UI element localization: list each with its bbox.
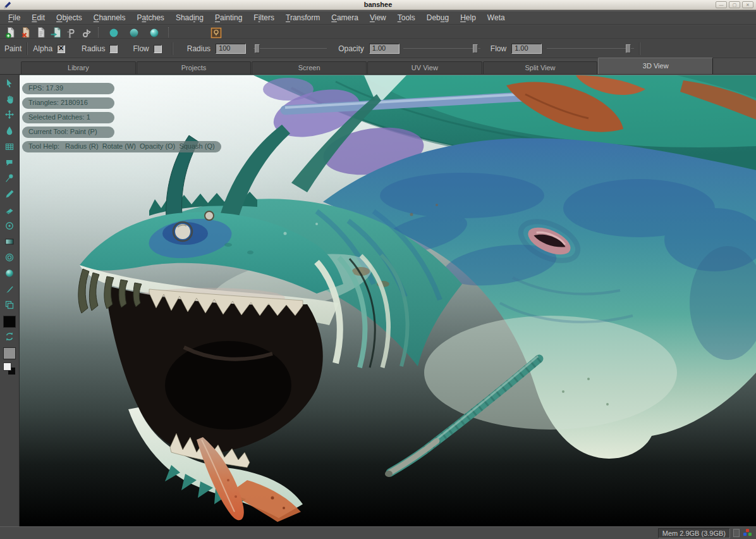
menu-patches[interactable]: Patches (131, 12, 169, 23)
radius-slider-label: Radius (187, 44, 210, 53)
opacity-slider[interactable] (403, 44, 480, 54)
gradient-tool[interactable] (1, 235, 18, 251)
paint-options-bar: Paint Alpha Radius Flow Radius 100 Opaci… (0, 40, 756, 58)
eraser-tool[interactable] (1, 203, 18, 219)
tab-uv-view[interactable]: UV View (367, 61, 482, 74)
radius-checkbox-label: Radius (82, 44, 105, 53)
paint-drop-tool[interactable] (1, 124, 18, 140)
view-tab-bar: LibraryProjectsScreenUV ViewSplit View3D… (0, 58, 756, 75)
opacity-field[interactable]: 1.00 (369, 44, 399, 54)
save-project-button[interactable] (34, 26, 48, 39)
radius-checkbox[interactable] (109, 45, 118, 53)
radius-field[interactable]: 100 (216, 44, 246, 54)
import-button[interactable] (49, 26, 63, 39)
viewport-3d-canvas[interactable]: FPS: 17.39Triangles: 2180916Selected Pat… (20, 75, 756, 526)
flow-checkbox-label: Flow (133, 44, 149, 53)
menu-view[interactable]: View (364, 12, 392, 23)
status-bar: Mem 2.9GB (3.9GB) (0, 526, 756, 539)
toolbar-separator (168, 27, 170, 37)
menu-transform[interactable]: Transform (280, 12, 326, 23)
smear-tool[interactable] (1, 251, 18, 266)
memory-usage: Mem 2.9GB (3.9GB) (658, 528, 730, 538)
flow-slider-label: Flow (491, 44, 506, 53)
flow-slider[interactable] (547, 44, 634, 54)
pan-tool[interactable] (1, 92, 18, 108)
menu-camera[interactable]: Camera (326, 12, 364, 23)
menu-help[interactable]: Help (454, 12, 482, 23)
hud-current-tool: Current Tool: Paint (P) (22, 127, 114, 138)
shading-basic-button[interactable] (127, 26, 141, 39)
rgb-channels-icon (743, 529, 752, 537)
separator (27, 42, 28, 55)
menu-shading[interactable]: Shading (170, 12, 209, 23)
hud-triangles: Triangles: 2180916 (22, 97, 114, 109)
close-project-button[interactable] (19, 26, 33, 39)
hud-fps: FPS: 17.39 (22, 83, 114, 94)
default-colors-swatch[interactable] (3, 362, 16, 375)
tab-3d-view[interactable]: 3D View (598, 58, 713, 74)
new-project-button[interactable] (4, 26, 18, 39)
tab-screen[interactable]: Screen (252, 61, 367, 74)
menu-weta[interactable]: Weta (482, 12, 511, 23)
brush-tool[interactable] (1, 282, 18, 298)
radius-slider[interactable] (253, 44, 327, 54)
lighting-toggle-button[interactable] (209, 26, 223, 39)
flow-checkbox[interactable] (154, 45, 162, 53)
minimize-button[interactable]: — (716, 1, 727, 8)
select-tool[interactable] (1, 77, 18, 92)
paint-through-tool[interactable] (1, 156, 18, 171)
pencil-tool[interactable] (1, 187, 18, 203)
shading-full-button[interactable] (147, 26, 161, 39)
menu-file[interactable]: File (3, 12, 26, 23)
window-title: banshee (0, 1, 756, 8)
tab-projects[interactable]: Projects (137, 61, 252, 74)
alpha-label: Alpha (33, 44, 52, 53)
path-tool-button[interactable] (80, 26, 94, 39)
foreground-color-swatch[interactable] (3, 316, 16, 328)
menu-filters[interactable]: Filters (248, 12, 280, 23)
separator (639, 42, 640, 55)
maximize-button[interactable]: ▢ (729, 1, 740, 8)
tab-split-view[interactable]: Split View (483, 61, 598, 74)
sphere-paint-tool[interactable] (1, 266, 18, 282)
copy-patch-tool[interactable] (1, 298, 18, 314)
hud-selected-patches: Selected Patches: 1 (22, 112, 114, 123)
title-bar: banshee —▢✕ (0, 0, 756, 10)
menu-channels[interactable]: Channels (88, 12, 131, 23)
tab-library[interactable]: Library (21, 61, 136, 74)
tool-palette (0, 75, 20, 526)
window-controls: —▢✕ (716, 1, 753, 8)
alpha-checkbox[interactable] (57, 45, 65, 53)
hud-tool-help: Tool Help: Radius (R) Rotate (W) Opacity… (22, 141, 221, 152)
close-button[interactable]: ✕ (742, 1, 753, 8)
menu-edit[interactable]: Edit (26, 12, 51, 23)
warp-grid-tool[interactable] (1, 140, 18, 156)
main-toolbar (0, 25, 756, 39)
hud-overlay: FPS: 17.39Triangles: 2180916Selected Pat… (22, 83, 221, 152)
clone-tool[interactable] (1, 219, 18, 235)
opacity-slider-label: Opacity (338, 44, 364, 53)
menu-painting[interactable]: Painting (209, 12, 248, 23)
pivot-tool-button[interactable] (64, 26, 78, 39)
move-tool[interactable] (1, 108, 18, 124)
pin-tool[interactable] (1, 171, 18, 187)
flow-field[interactable]: 1.00 (511, 44, 542, 54)
menu-debug[interactable]: Debug (421, 12, 454, 23)
menu-bar: FileEditObjectsChannelsPatchesShadingPai… (0, 11, 756, 25)
status-mini-button[interactable] (733, 529, 740, 537)
menu-objects[interactable]: Objects (51, 12, 88, 23)
background-color-swatch[interactable] (3, 347, 16, 359)
shading-flat-button[interactable] (107, 26, 121, 39)
current-tool-label: Paint (4, 44, 21, 53)
toolbar-separator (98, 27, 100, 37)
swap-colors-icon[interactable] (1, 330, 18, 345)
separator (172, 42, 173, 55)
menu-tools[interactable]: Tools (392, 12, 421, 23)
